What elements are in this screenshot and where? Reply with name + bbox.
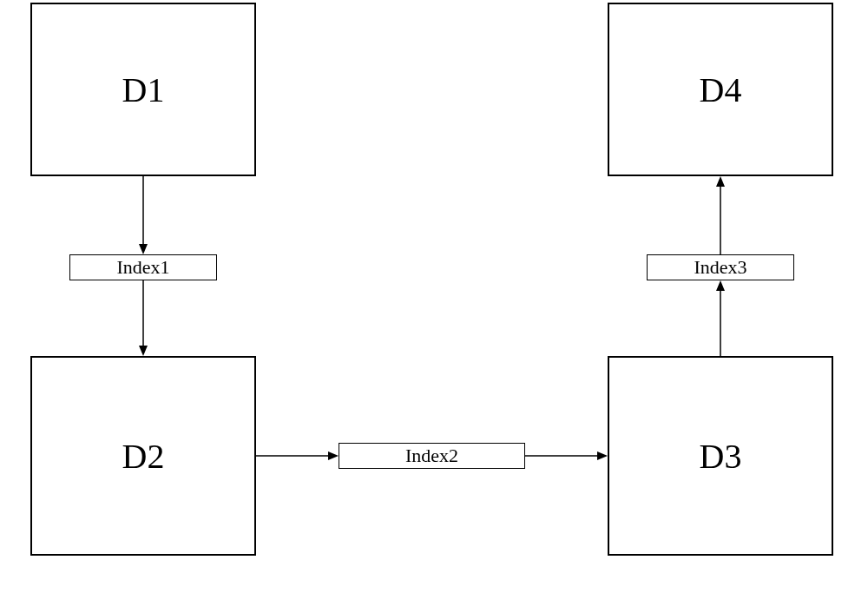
index-box-3: Index3	[647, 254, 794, 280]
arrow-d2-to-index2	[256, 451, 339, 460]
arrow-index3-to-d4	[716, 176, 725, 254]
node-d2-label: D2	[122, 436, 165, 477]
svg-marker-1	[139, 244, 148, 254]
arrow-d3-to-index3	[716, 280, 725, 356]
node-d4-label: D4	[700, 69, 742, 110]
arrow-index1-to-d2	[139, 280, 148, 356]
node-d3: D3	[608, 356, 833, 556]
index2-label: Index2	[405, 445, 458, 467]
svg-marker-11	[716, 176, 725, 187]
index-box-2: Index2	[339, 443, 525, 469]
node-d3-label: D3	[700, 436, 742, 477]
arrow-index2-to-d3	[525, 451, 608, 460]
node-d1-label: D1	[122, 69, 165, 110]
node-d4: D4	[608, 3, 833, 176]
index3-label: Index3	[694, 256, 746, 279]
svg-marker-5	[328, 451, 339, 460]
index-box-1: Index1	[69, 254, 217, 280]
svg-marker-7	[597, 451, 608, 460]
node-d2: D2	[30, 356, 256, 556]
svg-marker-3	[139, 346, 148, 356]
node-d1: D1	[30, 3, 256, 176]
svg-marker-9	[716, 280, 725, 291]
index1-label: Index1	[116, 256, 169, 279]
arrow-d1-to-index1	[139, 176, 148, 254]
